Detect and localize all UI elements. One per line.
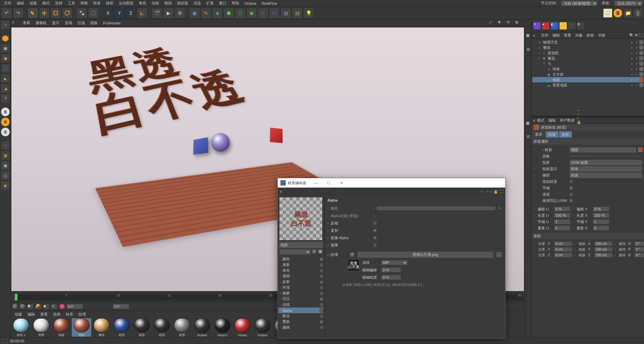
menu-tools[interactable]: 工具 xyxy=(65,1,78,6)
attr-menu-edit[interactable]: 编辑 xyxy=(546,118,558,123)
om-search-icon[interactable]: 🔍 xyxy=(629,33,634,38)
make-editable-button[interactable]: ✦ xyxy=(1,20,10,29)
dialog-nav-up-icon[interactable]: ↑ xyxy=(490,190,492,194)
menu-volume[interactable]: 体积 xyxy=(103,1,116,6)
om-filter-icon[interactable]: 👁 xyxy=(635,33,638,38)
tree-item-球体[interactable]: ●球体▪✓ xyxy=(532,66,643,72)
dialog-maximize-button[interactable]: ☐ xyxy=(324,180,334,186)
point-mode-button[interactable]: ⛶ xyxy=(1,64,10,73)
channel-透明[interactable]: ◦透明 xyxy=(278,273,324,279)
tree-item-七[interactable]: -T七▪✓ xyxy=(532,61,643,66)
attr-tile-check[interactable] xyxy=(569,186,573,190)
vp-nav-icon3[interactable]: ⟲ xyxy=(506,20,513,26)
tree-item-雕花[interactable]: +✱雕花▪✓ xyxy=(532,56,643,61)
coord-sx-value[interactable]: 100 cm xyxy=(594,241,613,246)
menu-render[interactable]: 渲染 xyxy=(191,1,204,6)
tc-prev-key-button[interactable] xyxy=(19,303,25,309)
channel-发光[interactable]: ◦发光 xyxy=(278,268,324,273)
rt-btn-4[interactable]: ☀ xyxy=(559,22,567,30)
dialog-max-icon[interactable]: ⛶ xyxy=(499,190,503,194)
tc-record-button[interactable]: ⏺ xyxy=(27,303,34,309)
magnet-button[interactable]: ⊃ xyxy=(1,141,10,150)
light-button[interactable]: 💡 xyxy=(303,8,314,18)
material-preview[interactable]: 黑透 白不透 xyxy=(279,197,323,240)
material-item[interactable]: 材质 xyxy=(172,318,192,337)
vp-menu-prorender[interactable]: ProRender xyxy=(100,21,123,25)
dialog-nav-back-icon[interactable]: ← xyxy=(480,190,484,194)
alpha-invert-check[interactable] xyxy=(373,221,377,225)
attr-repv-value[interactable]: 0 xyxy=(593,225,609,231)
snap-button[interactable]: ▦ xyxy=(1,151,10,160)
rt-btn-1[interactable]: ✦ xyxy=(533,22,541,30)
om-menu-icon[interactable]: ≡ xyxy=(533,33,538,38)
rt-btn-5[interactable]: ⋯ xyxy=(568,22,576,30)
channel-编辑[interactable]: ◦编辑 xyxy=(278,325,324,330)
instance-button[interactable]: ◉ xyxy=(246,8,257,18)
attr-nav-up-icon[interactable]: ↑ xyxy=(577,116,581,120)
tc-key-button[interactable]: ◆ xyxy=(43,303,50,309)
attr-lenv-value[interactable]: 100 % xyxy=(593,213,609,218)
alpha-texture-thumb[interactable]: 黑透 白不透 xyxy=(347,259,360,271)
attr-tab-basic[interactable]: 基本 xyxy=(532,131,545,138)
tc-end-frame-input[interactable] xyxy=(113,304,129,309)
channel-反射[interactable]: ◦反射 xyxy=(278,279,324,285)
dialog-minimize-button[interactable]: — xyxy=(311,180,321,186)
coord-rp-value[interactable]: 0 ° xyxy=(634,247,644,252)
material-item[interactable]: Rubber xyxy=(193,318,212,337)
workplane-button[interactable]: ▩ xyxy=(1,161,10,170)
material-item[interactable]: 材质 xyxy=(152,318,172,337)
node-space-select[interactable]: 当前 (标准/物理) xyxy=(561,0,598,6)
material-item[interactable]: 地面 xyxy=(52,318,71,337)
material-name-input[interactable]: 地面 xyxy=(279,242,323,248)
redo-button[interactable]: ↷ xyxy=(13,8,23,18)
alpha-sample-select[interactable]: MIP xyxy=(381,260,408,265)
material-item[interactable]: Plastic xyxy=(233,318,252,337)
octane-button[interactable]: S xyxy=(613,8,623,18)
channel-漫射[interactable]: ◦漫射 xyxy=(278,262,324,268)
om-menu-object[interactable]: 对象 xyxy=(573,33,585,38)
content-browser-button[interactable]: 📁 xyxy=(623,8,633,18)
coord-system-button[interactable] xyxy=(137,8,148,18)
picture-viewer-button[interactable]: 🖼 xyxy=(603,8,612,18)
array-button[interactable]: ⬡ xyxy=(235,8,246,18)
coord-px-value[interactable]: 0 cm xyxy=(554,241,573,246)
menu-octane[interactable]: Octane xyxy=(242,1,259,5)
script-button[interactable]: {} xyxy=(633,8,643,18)
attr-menu-userdata[interactable]: 用户数据 xyxy=(558,118,577,123)
coord-sz-value[interactable]: 100 cm xyxy=(594,253,613,258)
material-item[interactable]: 背景 xyxy=(32,318,51,337)
channel-环境[interactable]: ◦环境 xyxy=(278,285,324,290)
attr-material-swatch[interactable] xyxy=(638,147,643,152)
channel-凹凸[interactable]: ◦凹凸 xyxy=(278,296,324,302)
mat-menu-edit[interactable]: 编辑 xyxy=(25,312,38,317)
coord-sy-value[interactable]: 100 cm xyxy=(594,247,613,252)
menu-mesh[interactable]: 网格 xyxy=(78,1,91,6)
menu-mograph[interactable]: 运动图形 xyxy=(116,1,136,6)
om-menu-view[interactable]: 查看 xyxy=(562,33,573,38)
render-region-button[interactable]: ▶ xyxy=(163,8,174,18)
live-select-button[interactable] xyxy=(28,8,38,18)
tc-autokey-button[interactable]: 🔑 xyxy=(35,303,42,309)
material-item[interactable]: 雕花 xyxy=(92,318,111,337)
mat-menu-create[interactable]: 创建 xyxy=(12,312,25,317)
attr-nav-fwd-icon[interactable]: → xyxy=(577,112,581,116)
material-item[interactable]: 材质.1 xyxy=(11,318,31,337)
layout-select[interactable]: 启动 (用户) xyxy=(614,0,643,6)
alpha-texture-file[interactable]: 黑透白不透.png xyxy=(357,251,494,258)
material-shader-select[interactable] xyxy=(279,249,311,255)
alpha-color-picker-icon[interactable]: ✎ xyxy=(498,206,502,211)
menu-animate[interactable]: 动画 xyxy=(149,1,162,6)
mat-menu-texture[interactable]: 纹理 xyxy=(76,312,89,317)
om-expand-icon[interactable]: ⛶ xyxy=(639,33,643,38)
scale-button[interactable] xyxy=(50,8,61,18)
attr-bump-check[interactable] xyxy=(569,199,573,203)
attr-tab-coord[interactable]: 坐标 xyxy=(559,131,572,138)
attr-offsetu-value[interactable]: 0 % xyxy=(554,206,571,212)
cube-primitive-button[interactable]: ◼ xyxy=(189,8,200,18)
x-axis-button[interactable]: X xyxy=(103,8,113,18)
tree-item-地面[interactable]: ▬地面▪✓ xyxy=(532,77,643,82)
dialog-titlebar[interactable]: 材质编辑器 — ☐ ✕ xyxy=(278,178,505,188)
coord-py-value[interactable]: 0 cm xyxy=(554,247,573,252)
extrude-button[interactable]: ⬢ xyxy=(223,8,234,18)
axis-mode-button[interactable]: ┗ xyxy=(1,94,10,103)
